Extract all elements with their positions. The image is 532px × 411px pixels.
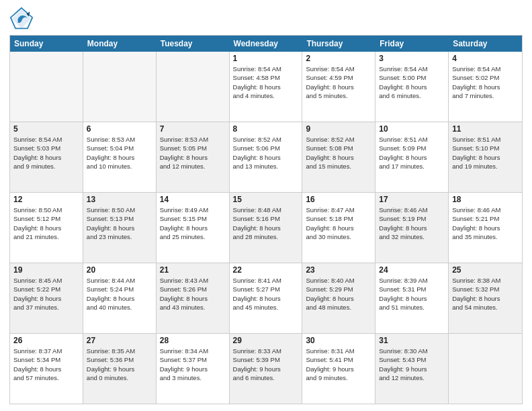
day-number: 15 — [233, 195, 299, 204]
calendar-cell: 13Sunrise: 8:50 AMSunset: 5:13 PMDayligh… — [83, 193, 157, 263]
calendar-cell: 11Sunrise: 8:51 AMSunset: 5:10 PMDayligh… — [449, 122, 522, 192]
calendar-body: 1Sunrise: 8:54 AMSunset: 4:58 PMDaylight… — [10, 52, 522, 404]
day-info: Sunrise: 8:52 AMSunset: 5:06 PMDaylight:… — [233, 135, 299, 171]
day-number: 13 — [87, 195, 152, 204]
calendar-cell: 27Sunrise: 8:35 AMSunset: 5:36 PMDayligh… — [83, 334, 157, 404]
day-number: 11 — [452, 124, 519, 134]
calendar-cell: 29Sunrise: 8:33 AMSunset: 5:39 PMDayligh… — [230, 334, 303, 404]
day-info: Sunrise: 8:30 AMSunset: 5:43 PMDaylight:… — [379, 347, 445, 382]
day-of-week-header: Saturday — [449, 36, 522, 52]
day-number: 19 — [13, 265, 79, 275]
day-of-week-header: Thursday — [302, 36, 375, 52]
calendar-cell: 9Sunrise: 8:52 AMSunset: 5:08 PMDaylight… — [302, 122, 375, 192]
calendar-cell: 25Sunrise: 8:38 AMSunset: 5:32 PMDayligh… — [449, 263, 522, 333]
day-number: 28 — [160, 336, 226, 345]
calendar-row: 19Sunrise: 8:45 AMSunset: 5:22 PMDayligh… — [10, 263, 522, 334]
day-info: Sunrise: 8:54 AMSunset: 4:58 PMDaylight:… — [233, 64, 299, 100]
logo — [9, 7, 36, 31]
day-of-week-header: Friday — [375, 36, 449, 52]
calendar-cell — [157, 52, 230, 122]
day-number: 30 — [306, 336, 371, 345]
calendar-cell: 21Sunrise: 8:43 AMSunset: 5:26 PMDayligh… — [157, 263, 230, 333]
day-info: Sunrise: 8:47 AMSunset: 5:18 PMDaylight:… — [306, 205, 371, 241]
calendar-cell: 17Sunrise: 8:46 AMSunset: 5:19 PMDayligh… — [375, 193, 449, 263]
logo-icon — [9, 7, 34, 31]
day-info: Sunrise: 8:48 AMSunset: 5:16 PMDaylight:… — [233, 205, 299, 241]
day-info: Sunrise: 8:41 AMSunset: 5:27 PMDaylight:… — [233, 276, 299, 312]
day-info: Sunrise: 8:46 AMSunset: 5:19 PMDaylight:… — [379, 205, 445, 241]
day-info: Sunrise: 8:37 AMSunset: 5:34 PMDaylight:… — [13, 347, 79, 382]
day-number: 10 — [379, 124, 445, 134]
calendar-cell: 10Sunrise: 8:51 AMSunset: 5:09 PMDayligh… — [375, 122, 449, 192]
day-info: Sunrise: 8:50 AMSunset: 5:12 PMDaylight:… — [13, 205, 79, 241]
day-info: Sunrise: 8:54 AMSunset: 5:02 PMDaylight:… — [452, 64, 519, 100]
page: SundayMondayTuesdayWednesdayThursdayFrid… — [0, 0, 532, 411]
calendar-cell — [449, 334, 522, 404]
day-info: Sunrise: 8:50 AMSunset: 5:13 PMDaylight:… — [87, 205, 152, 241]
day-info: Sunrise: 8:40 AMSunset: 5:29 PMDaylight:… — [306, 276, 371, 312]
day-number: 1 — [233, 54, 299, 63]
day-number: 9 — [306, 124, 371, 134]
calendar-header: SundayMondayTuesdayWednesdayThursdayFrid… — [10, 36, 522, 52]
calendar-cell: 3Sunrise: 8:54 AMSunset: 5:00 PMDaylight… — [375, 52, 449, 122]
day-of-week-header: Wednesday — [230, 36, 303, 52]
day-number: 2 — [306, 54, 371, 63]
calendar-cell: 22Sunrise: 8:41 AMSunset: 5:27 PMDayligh… — [230, 263, 303, 333]
calendar-cell: 8Sunrise: 8:52 AMSunset: 5:06 PMDaylight… — [230, 122, 303, 192]
day-number: 8 — [233, 124, 299, 134]
day-info: Sunrise: 8:39 AMSunset: 5:31 PMDaylight:… — [379, 276, 445, 312]
day-number: 31 — [379, 336, 445, 345]
day-number: 23 — [306, 265, 371, 275]
calendar-cell: 15Sunrise: 8:48 AMSunset: 5:16 PMDayligh… — [230, 193, 303, 263]
calendar-cell: 26Sunrise: 8:37 AMSunset: 5:34 PMDayligh… — [10, 334, 83, 404]
day-info: Sunrise: 8:52 AMSunset: 5:08 PMDaylight:… — [306, 135, 371, 171]
day-number: 21 — [160, 265, 226, 275]
day-number: 16 — [306, 195, 371, 204]
calendar-cell: 6Sunrise: 8:53 AMSunset: 5:04 PMDaylight… — [83, 122, 157, 192]
day-of-week-header: Sunday — [10, 36, 83, 52]
calendar-cell: 31Sunrise: 8:30 AMSunset: 5:43 PMDayligh… — [375, 334, 449, 404]
calendar-cell: 18Sunrise: 8:46 AMSunset: 5:21 PMDayligh… — [449, 193, 522, 263]
calendar-cell: 4Sunrise: 8:54 AMSunset: 5:02 PMDaylight… — [449, 52, 522, 122]
day-info: Sunrise: 8:44 AMSunset: 5:24 PMDaylight:… — [87, 276, 152, 312]
day-info: Sunrise: 8:51 AMSunset: 5:09 PMDaylight:… — [379, 135, 445, 171]
calendar-cell: 7Sunrise: 8:53 AMSunset: 5:05 PMDaylight… — [157, 122, 230, 192]
day-number: 20 — [87, 265, 152, 275]
day-info: Sunrise: 8:53 AMSunset: 5:05 PMDaylight:… — [160, 135, 226, 171]
calendar-cell: 5Sunrise: 8:54 AMSunset: 5:03 PMDaylight… — [10, 122, 83, 192]
calendar-row: 26Sunrise: 8:37 AMSunset: 5:34 PMDayligh… — [10, 334, 522, 404]
calendar-cell: 24Sunrise: 8:39 AMSunset: 5:31 PMDayligh… — [375, 263, 449, 333]
day-info: Sunrise: 8:34 AMSunset: 5:37 PMDaylight:… — [160, 347, 226, 382]
calendar-cell — [83, 52, 157, 122]
day-info: Sunrise: 8:54 AMSunset: 4:59 PMDaylight:… — [306, 64, 371, 100]
day-number: 12 — [13, 195, 79, 204]
day-info: Sunrise: 8:38 AMSunset: 5:32 PMDaylight:… — [452, 276, 519, 312]
day-number: 18 — [452, 195, 519, 204]
day-number: 3 — [379, 54, 445, 63]
day-number: 29 — [233, 336, 299, 345]
day-number: 4 — [452, 54, 519, 63]
day-number: 14 — [160, 195, 226, 204]
day-info: Sunrise: 8:43 AMSunset: 5:26 PMDaylight:… — [160, 276, 226, 312]
day-number: 25 — [452, 265, 519, 275]
calendar-row: 5Sunrise: 8:54 AMSunset: 5:03 PMDaylight… — [10, 122, 522, 193]
calendar-cell — [10, 52, 83, 122]
day-number: 27 — [87, 336, 152, 345]
calendar-cell: 20Sunrise: 8:44 AMSunset: 5:24 PMDayligh… — [83, 263, 157, 333]
day-info: Sunrise: 8:33 AMSunset: 5:39 PMDaylight:… — [233, 347, 299, 382]
header — [9, 7, 523, 31]
calendar-cell: 1Sunrise: 8:54 AMSunset: 4:58 PMDaylight… — [230, 52, 303, 122]
day-number: 24 — [379, 265, 445, 275]
day-of-week-header: Monday — [83, 36, 157, 52]
day-info: Sunrise: 8:54 AMSunset: 5:03 PMDaylight:… — [13, 135, 79, 171]
day-info: Sunrise: 8:54 AMSunset: 5:00 PMDaylight:… — [379, 64, 445, 100]
day-of-week-header: Tuesday — [157, 36, 230, 52]
day-info: Sunrise: 8:53 AMSunset: 5:04 PMDaylight:… — [87, 135, 152, 171]
day-number: 7 — [160, 124, 226, 134]
day-number: 17 — [379, 195, 445, 204]
day-number: 6 — [87, 124, 152, 134]
day-info: Sunrise: 8:46 AMSunset: 5:21 PMDaylight:… — [452, 205, 519, 241]
day-number: 22 — [233, 265, 299, 275]
calendar-cell: 16Sunrise: 8:47 AMSunset: 5:18 PMDayligh… — [302, 193, 375, 263]
calendar: SundayMondayTuesdayWednesdayThursdayFrid… — [9, 35, 523, 404]
